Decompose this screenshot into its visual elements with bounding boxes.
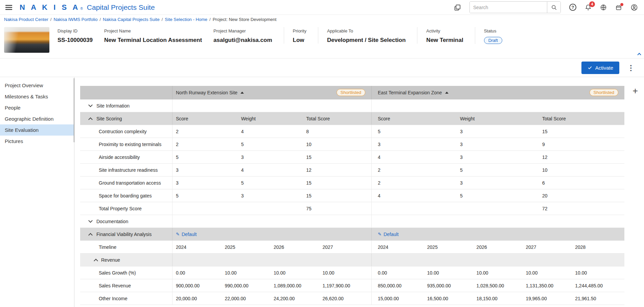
financial-value-cell[interactable]: 1,197,900.00 <box>323 283 372 288</box>
financial-value-cell[interactable]: 850,000.00 <box>378 283 427 288</box>
weight-cell[interactable]: 4 <box>241 129 306 134</box>
financial-value-cell[interactable]: 1,089,000.00 <box>274 283 323 288</box>
score-cell[interactable]: 4 <box>378 155 460 160</box>
field-status: Status Draft <box>475 27 514 44</box>
total-score-column-header: Total Score <box>306 116 371 121</box>
weight-cell[interactable]: 3 <box>460 129 542 134</box>
score-cell[interactable]: 3 <box>378 142 460 147</box>
total-score-column-header: Total Score <box>542 116 624 121</box>
financial-value-cell[interactable]: 10.00 <box>575 270 624 276</box>
chevron-up-icon[interactable] <box>94 259 98 263</box>
financial-value-cell[interactable]: 20,000.00 <box>176 296 225 301</box>
chevron-down-icon[interactable] <box>88 103 93 107</box>
app-logo: N A K I S A ® Capital Projects Suite <box>20 3 155 12</box>
financial-value-cell[interactable]: 26,620.00 <box>323 296 372 301</box>
financial-value-cell[interactable]: 19,965.00 <box>526 296 575 301</box>
field-project-name: Project Name New Terminal Location Asses… <box>104 27 213 44</box>
profile-icon[interactable] <box>630 4 638 11</box>
more-actions-kebab-icon[interactable]: ⋮ <box>627 64 635 71</box>
chevron-up-icon[interactable] <box>88 117 93 122</box>
weight-cell[interactable]: 3 <box>241 155 306 160</box>
notifications-bell-icon[interactable]: 4 <box>585 4 592 11</box>
weight-cell[interactable]: 3 <box>460 142 542 147</box>
breadcrumb-link-capital-projects[interactable]: Nakisa Capital Projects Suite <box>103 17 160 22</box>
project-thumbnail-image[interactable] <box>4 27 49 53</box>
financial-value-cell[interactable]: 0.00 <box>176 270 225 276</box>
hamburger-menu-button[interactable] <box>5 3 13 11</box>
criterion-label: Site infrastructure readiness <box>99 167 158 173</box>
weight-cell[interactable]: 5 <box>241 142 306 147</box>
financial-value-cell[interactable]: 10.00 <box>427 270 477 276</box>
sort-asc-icon[interactable] <box>445 92 448 94</box>
financial-value-cell[interactable]: 1,131,350.00 <box>526 283 575 288</box>
sidebar-item-people[interactable]: People <box>0 102 74 113</box>
default-template-link[interactable]: ✎ Default <box>176 232 197 237</box>
financial-value-cell[interactable]: 16,500.00 <box>427 296 477 301</box>
collapse-header-chevron-icon[interactable] <box>638 51 641 57</box>
financial-value-cell[interactable]: 990,000.00 <box>225 283 274 288</box>
weight-cell[interactable]: 3 <box>460 180 542 186</box>
chevron-up-icon[interactable] <box>88 233 93 237</box>
chevron-down-icon[interactable] <box>88 218 93 223</box>
search-button[interactable] <box>547 2 560 13</box>
financial-value-cell[interactable]: 1,028,500.00 <box>477 283 526 288</box>
financial-value-cell[interactable]: 10.00 <box>526 270 575 276</box>
action-bar: Activate ⋮ <box>0 58 644 77</box>
breadcrumb-link-site-selection-home[interactable]: Site Selection - Home <box>165 17 207 22</box>
financial-value-cell[interactable]: 10.00 <box>477 270 526 276</box>
financial-value-cell[interactable]: 0.00 <box>378 270 427 276</box>
score-cell[interactable]: 4 <box>378 193 460 198</box>
breadcrumb-link-product-center[interactable]: Nakisa Product Center <box>4 17 48 22</box>
field-project-manager: Project Manager asalguti@nakisa.com <box>213 27 283 44</box>
project-header: Display ID SS-10000039 Project Name New … <box>0 24 644 58</box>
sidebar-item-project-overview[interactable]: Project Overview <box>0 80 74 91</box>
financial-value-cell[interactable]: 15,000.00 <box>378 296 427 301</box>
score-cell[interactable]: 5 <box>378 129 460 134</box>
section-row-site-scoring[interactable]: Site Scoring Score Weight Total Score Sc… <box>80 112 624 125</box>
open-windows-icon[interactable] <box>454 4 461 11</box>
activate-button[interactable]: Activate <box>581 62 619 74</box>
financial-value-cell[interactable]: 1,244,485.00 <box>575 283 624 288</box>
whats-new-icon[interactable] <box>615 4 622 11</box>
total-score-cell: 6 <box>542 180 624 186</box>
breadcrumb-link-iwms-portfolio[interactable]: Nakisa IWMS Portfolio <box>53 17 97 22</box>
sidebar-item-site-evaluation[interactable]: Site Evaluation <box>0 124 74 136</box>
sidebar-item-geographic-definition[interactable]: Geographic Definition <box>0 113 74 124</box>
financial-value-cell[interactable]: 21,961.50 <box>575 296 624 301</box>
weight-cell[interactable]: 4 <box>241 167 306 173</box>
sidebar-item-milestones-tasks[interactable]: Milestones & Tasks <box>0 91 74 102</box>
financial-value-cell[interactable]: 22,000.00 <box>225 296 274 301</box>
financial-value-cell[interactable]: 10.00 <box>323 270 372 276</box>
score-cell[interactable]: 3 <box>176 180 241 186</box>
search-input[interactable] <box>470 2 547 13</box>
score-cell[interactable]: 2 <box>176 129 241 134</box>
score-cell[interactable]: 2 <box>378 167 460 173</box>
subsection-row-revenue[interactable]: Revenue <box>80 254 624 266</box>
help-icon[interactable]: ? <box>569 4 576 11</box>
financial-value-cell[interactable]: 935,000.00 <box>427 283 477 288</box>
weight-cell[interactable]: 5 <box>460 193 542 198</box>
default-template-link[interactable]: ✎ Default <box>378 232 398 237</box>
score-cell[interactable]: 3 <box>176 167 241 173</box>
financial-value-cell[interactable]: 900,000.00 <box>176 283 225 288</box>
score-cell[interactable]: 5 <box>176 155 241 160</box>
weight-cell[interactable]: 5 <box>460 167 542 173</box>
score-cell[interactable]: 2 <box>378 180 460 186</box>
timeline-year-cell: 2024 <box>378 244 427 250</box>
weight-cell[interactable]: 3 <box>241 193 306 198</box>
globe-icon[interactable] <box>600 4 607 11</box>
weight-cell[interactable]: 3 <box>460 155 542 160</box>
section-row-financial-viability[interactable]: Financial Viability Analysis ✎ Default ✎… <box>80 228 624 241</box>
sort-asc-icon[interactable] <box>240 92 244 94</box>
financial-value-cell[interactable]: 10.00 <box>225 270 274 276</box>
add-column-button[interactable]: + <box>632 87 638 96</box>
score-cell[interactable]: 2 <box>176 142 241 147</box>
financial-value-cell[interactable]: 24,200.00 <box>274 296 323 301</box>
sidebar-item-pictures[interactable]: Pictures <box>0 136 74 147</box>
score-cell[interactable]: 5 <box>176 193 241 198</box>
weight-cell[interactable]: 5 <box>241 180 306 186</box>
financial-value-cell[interactable]: 18,150.00 <box>477 296 526 301</box>
section-row-documentation[interactable]: Documentation <box>80 215 624 228</box>
financial-value-cell[interactable]: 10.00 <box>274 270 323 276</box>
section-row-site-information[interactable]: Site Information <box>80 99 624 112</box>
